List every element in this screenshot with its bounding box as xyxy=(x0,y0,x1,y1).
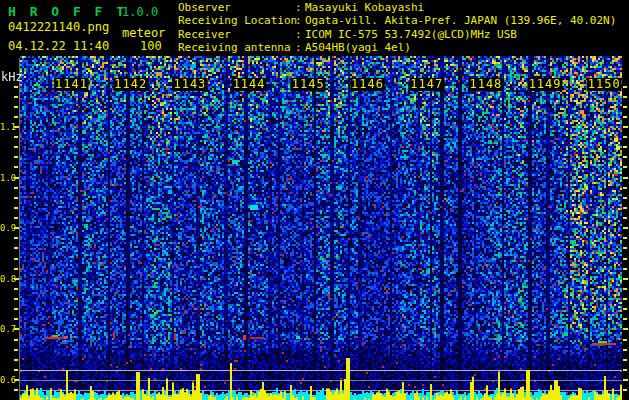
axis-tick xyxy=(14,278,19,280)
axis-tick xyxy=(14,369,18,371)
freq-tick-label: 0.7 xyxy=(0,324,14,334)
info-value: Masayuki Kobayashi xyxy=(305,1,424,14)
axis-tick xyxy=(14,116,18,118)
axis-tick xyxy=(14,177,19,179)
axis-tick xyxy=(14,106,18,108)
sample-count: 100 xyxy=(140,39,162,53)
axis-tick xyxy=(14,379,19,381)
spectrogram-canvas xyxy=(20,56,622,400)
axis-tick xyxy=(623,258,627,260)
axis-tick xyxy=(623,177,628,179)
record-datetime: 04.12.22 11:40 xyxy=(8,39,109,53)
info-row: Receiving Location:Ogata-vill. Akita-Pre… xyxy=(178,14,616,27)
axis-tick xyxy=(14,96,18,98)
axis-tick xyxy=(14,136,18,138)
time-label: 1149 xyxy=(528,78,563,91)
axis-tick xyxy=(623,369,627,371)
axis-tick xyxy=(14,247,18,249)
output-filename: 0412221140.png xyxy=(8,20,109,34)
axis-tick xyxy=(14,288,18,290)
axis-tick xyxy=(623,146,627,148)
axis-tick xyxy=(623,318,627,320)
axis-tick xyxy=(623,187,627,189)
axis-tick xyxy=(623,136,627,138)
axis-tick xyxy=(623,116,627,118)
axis-tick xyxy=(623,217,627,219)
axis-tick xyxy=(623,328,628,330)
time-label: 1146 xyxy=(350,78,385,91)
time-label: 1148 xyxy=(468,78,503,91)
axis-tick xyxy=(623,96,627,98)
axis-tick xyxy=(14,207,18,209)
plot-left-border xyxy=(19,58,20,400)
time-label: 1144 xyxy=(232,78,267,91)
axis-tick xyxy=(14,308,18,310)
mode-label: meteor xyxy=(122,26,165,40)
axis-tick xyxy=(14,339,18,341)
app-version: 1.0.0 xyxy=(122,5,158,19)
time-label: 1143 xyxy=(172,78,207,91)
axis-tick xyxy=(623,207,627,209)
axis-tick xyxy=(623,166,627,168)
freq-tick-label: 1.0 xyxy=(0,173,14,183)
info-label: Receiving Location xyxy=(178,14,295,27)
axis-tick xyxy=(623,197,627,199)
axis-tick xyxy=(623,308,627,310)
axis-tick xyxy=(14,359,18,361)
axis-tick xyxy=(14,318,18,320)
observer-info-table: Observer:Masayuki KobayashiReceiving Loc… xyxy=(178,1,616,55)
info-label: Receiving antenna xyxy=(178,41,295,54)
axis-tick xyxy=(623,298,627,300)
axis-tick xyxy=(623,389,627,391)
freq-tick-label: 0.6 xyxy=(0,375,14,385)
axis-tick xyxy=(14,237,18,239)
time-label: 1150 xyxy=(587,78,622,91)
axis-tick xyxy=(623,86,627,88)
info-colon: : xyxy=(295,14,305,27)
info-colon: : xyxy=(295,41,305,54)
axis-tick xyxy=(623,268,627,270)
info-row: Receiving antenna:A504HB(yagi 4el) xyxy=(178,41,616,54)
axis-tick xyxy=(14,258,18,260)
axis-tick xyxy=(623,288,627,290)
app-title: H R O F F T xyxy=(8,4,127,19)
time-label: 1141 xyxy=(54,78,89,91)
axis-tick xyxy=(623,339,627,341)
axis-tick xyxy=(623,126,628,128)
hrofft-output: H R O F F T 1.0.0 0412221140.png meteor … xyxy=(0,0,629,400)
info-label: Receiver xyxy=(178,28,295,41)
axis-tick xyxy=(623,237,627,239)
axis-tick xyxy=(14,328,19,330)
info-colon: : xyxy=(295,28,305,41)
info-colon: : xyxy=(295,1,305,14)
axis-tick xyxy=(14,389,18,391)
axis-tick xyxy=(14,197,18,199)
info-value: A504HB(yagi 4el) xyxy=(305,41,411,54)
info-value: ICOM IC-575 53.7492(@LCD)MHz USB xyxy=(305,28,517,41)
axis-tick xyxy=(14,227,19,229)
axis-tick xyxy=(623,379,628,381)
info-label: Observer xyxy=(178,1,295,14)
axis-tick xyxy=(14,156,18,158)
axis-tick xyxy=(623,349,627,351)
axis-tick xyxy=(14,86,18,88)
axis-tick xyxy=(14,268,18,270)
axis-tick xyxy=(623,359,627,361)
axis-tick xyxy=(14,298,18,300)
freq-tick-label: 0.8 xyxy=(0,274,14,284)
time-label: 1145 xyxy=(291,78,326,91)
info-row: Observer:Masayuki Kobayashi xyxy=(178,1,616,14)
axis-tick xyxy=(14,166,18,168)
axis-tick xyxy=(14,349,18,351)
freq-tick-label: 0.9 xyxy=(0,223,14,233)
axis-tick xyxy=(623,106,627,108)
freq-tick-label: 1.1 xyxy=(0,122,14,132)
axis-tick xyxy=(623,278,628,280)
axis-tick xyxy=(623,227,628,229)
axis-tick xyxy=(623,247,627,249)
axis-tick xyxy=(14,146,18,148)
axis-tick xyxy=(14,126,19,128)
axis-tick xyxy=(623,156,627,158)
axis-tick xyxy=(14,187,18,189)
time-label: 1147 xyxy=(409,78,444,91)
